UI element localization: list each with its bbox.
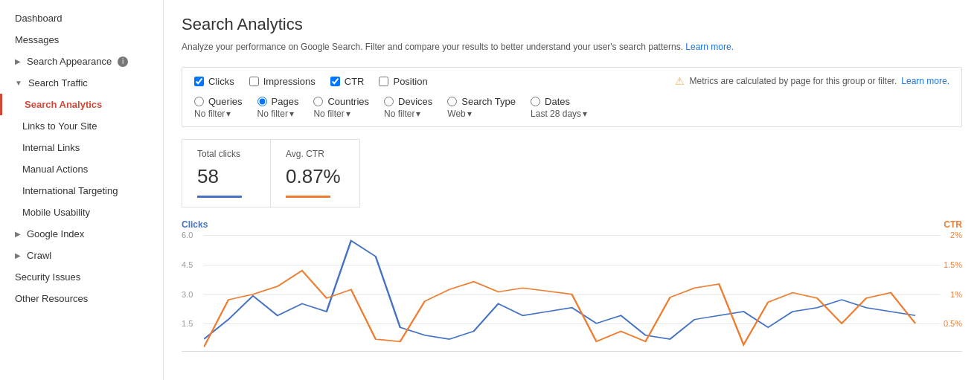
page-title: Search Analytics <box>182 15 962 34</box>
queries-filter-group: Queries No filter ▾ <box>194 96 243 119</box>
sidebar-item-dashboard[interactable]: Dashboard <box>0 7 163 29</box>
queries-radio-label[interactable]: Queries <box>194 96 243 107</box>
devices-radio[interactable] <box>384 97 394 106</box>
sidebar-item-manual-actions[interactable]: Manual Actions <box>0 158 163 180</box>
sidebar-item-search-appearance[interactable]: ▶ Search Appearance i <box>0 51 163 72</box>
chart-header: Clicks CTR <box>182 219 962 230</box>
total-clicks-value: 58 <box>197 165 255 188</box>
main-content: Search Analytics Analyze your performanc… <box>164 0 980 380</box>
dates-radio-label[interactable]: Dates <box>531 96 587 107</box>
clicks-checkbox[interactable] <box>194 77 204 86</box>
grid-label-15pct: 1.5% <box>944 260 962 269</box>
grid-label-05pct: 0.5% <box>944 319 962 328</box>
arrow-right-icon-3: ▶ <box>15 251 21 260</box>
dates-radio[interactable] <box>531 97 540 106</box>
chart-container: 6.0 2% 4.5 1.5% 3.0 1% 1.5 0.5% <box>182 233 962 352</box>
grid-label-6: 6.0 <box>182 231 193 239</box>
sidebar-item-google-index[interactable]: ▶ Google Index <box>0 223 163 245</box>
ctr-checkbox[interactable] <box>330 77 340 86</box>
search-type-radio-label[interactable]: Search Type <box>447 96 516 107</box>
grid-label-30: 3.0 <box>182 290 193 299</box>
metrics-learn-more-link[interactable]: Learn more. <box>901 76 949 86</box>
countries-filter-group: Countries No filter ▾ <box>313 96 369 119</box>
sidebar-item-other-resources[interactable]: Other Resources <box>0 288 163 309</box>
queries-radio[interactable] <box>194 97 204 106</box>
pages-filter-group: Pages No filter ▾ <box>257 96 299 119</box>
sidebar: Dashboard Messages ▶ Search Appearance i… <box>0 0 164 380</box>
sidebar-item-international-targeting[interactable]: International Targeting <box>0 180 163 202</box>
sidebar-item-internal-links[interactable]: Internal Links <box>0 137 163 158</box>
devices-radio-label[interactable]: Devices <box>384 96 432 107</box>
dates-filter-group: Dates Last 28 days ▾ <box>531 96 587 119</box>
metrics-warning: ⚠ Metrics are calculated by page for thi… <box>675 75 949 87</box>
grid-label-45: 4.5 <box>182 260 193 269</box>
grid-label-1pct: 1% <box>950 290 962 299</box>
position-checkbox-label[interactable]: Position <box>379 76 427 87</box>
clicks-line <box>204 241 915 340</box>
search-type-dropdown[interactable]: Web ▾ <box>447 109 516 119</box>
sidebar-item-search-analytics[interactable]: Search Analytics <box>0 94 163 115</box>
info-icon[interactable]: i <box>118 57 128 67</box>
grid-label-2pct: 2% <box>950 231 962 239</box>
impressions-checkbox-label[interactable]: Impressions <box>249 76 316 87</box>
total-clicks-card: Total clicks 58 <box>182 139 271 207</box>
chevron-down-icon-5: ▾ <box>467 109 472 119</box>
chevron-down-icon: ▾ <box>226 109 231 119</box>
countries-radio[interactable] <box>313 97 323 106</box>
avg-ctr-card: Avg. CTR 0.87% <box>271 139 360 207</box>
search-type-filter-group: Search Type Web ▾ <box>447 96 516 119</box>
radio-row: Queries No filter ▾ Pages No filter ▾ <box>194 96 949 119</box>
pages-radio-label[interactable]: Pages <box>257 96 299 107</box>
queries-dropdown[interactable]: No filter ▾ <box>194 109 243 119</box>
countries-dropdown[interactable]: No filter ▾ <box>313 109 369 119</box>
sidebar-item-links-to-your-site[interactable]: Links to Your Site <box>0 115 163 137</box>
impressions-checkbox[interactable] <box>249 77 259 86</box>
filter-bar: Clicks Impressions CTR Position ⚠ Metric… <box>182 67 962 127</box>
avg-ctr-value: 0.87% <box>286 165 345 188</box>
chart-svg <box>204 233 940 351</box>
arrow-right-icon: ▶ <box>15 57 21 65</box>
search-type-radio[interactable] <box>447 97 457 106</box>
chevron-down-icon-2: ▾ <box>289 109 294 119</box>
arrow-right-icon-2: ▶ <box>15 230 21 238</box>
position-checkbox[interactable] <box>379 77 388 86</box>
total-clicks-label: Total clicks <box>197 149 255 159</box>
total-clicks-underline <box>197 196 242 198</box>
pages-dropdown[interactable]: No filter ▾ <box>257 109 299 119</box>
dates-dropdown[interactable]: Last 28 days ▾ <box>531 109 587 119</box>
subtitle: Analyze your performance on Google Searc… <box>182 40 962 54</box>
chart-label-ctr: CTR <box>944 219 962 230</box>
chevron-down-icon-3: ▾ <box>346 109 350 119</box>
avg-ctr-underline <box>286 196 330 198</box>
grid-label-15: 1.5 <box>182 319 193 328</box>
avg-ctr-label: Avg. CTR <box>286 149 345 159</box>
sidebar-item-search-traffic[interactable]: ▼ Search Traffic <box>0 72 163 94</box>
devices-dropdown[interactable]: No filter ▾ <box>384 109 432 119</box>
warning-icon: ⚠ <box>675 75 685 87</box>
arrow-down-icon: ▼ <box>15 79 22 87</box>
pages-radio[interactable] <box>257 97 267 106</box>
stats-row: Total clicks 58 Avg. CTR 0.87% <box>182 139 962 207</box>
chevron-down-icon-4: ▾ <box>416 109 420 119</box>
sidebar-item-mobile-usability[interactable]: Mobile Usability <box>0 202 163 223</box>
sidebar-item-security-issues[interactable]: Security Issues <box>0 266 163 288</box>
chevron-down-icon-6: ▾ <box>583 109 587 119</box>
clicks-checkbox-label[interactable]: Clicks <box>194 76 234 87</box>
devices-filter-group: Devices No filter ▾ <box>384 96 432 119</box>
learn-more-link[interactable]: Learn more. <box>685 42 734 52</box>
sidebar-item-crawl[interactable]: ▶ Crawl <box>0 245 163 266</box>
ctr-checkbox-label[interactable]: CTR <box>330 76 365 87</box>
checkbox-row: Clicks Impressions CTR Position ⚠ Metric… <box>194 75 949 87</box>
countries-radio-label[interactable]: Countries <box>313 96 369 107</box>
sidebar-item-messages[interactable]: Messages <box>0 29 163 51</box>
chart-label-clicks: Clicks <box>182 219 208 230</box>
